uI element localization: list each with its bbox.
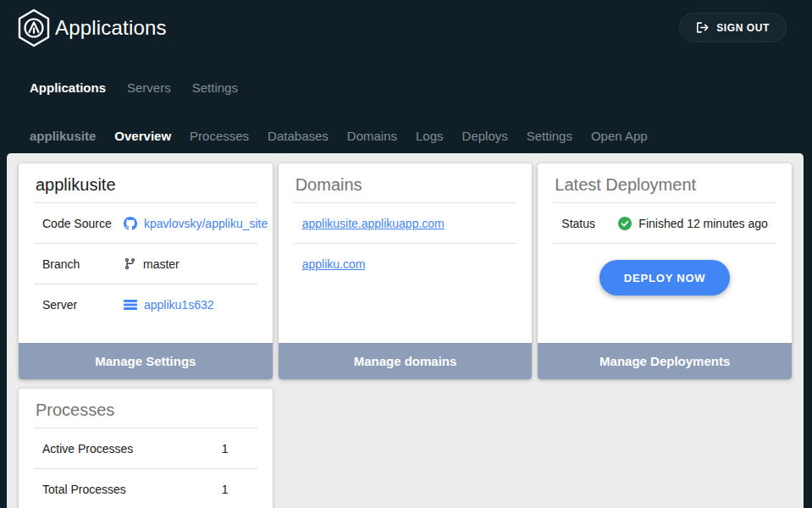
app-header: Applications SIGN OUT Applications Serve…: [0, 8, 812, 145]
branch-row: Branch master: [19, 244, 273, 284]
branch-label: Branch: [42, 257, 124, 271]
manage-domains-button[interactable]: Manage domains: [279, 343, 533, 379]
total-processes-row: Total Processes 1: [19, 469, 273, 508]
active-processes-row: Active Processes 1: [19, 428, 273, 468]
tab-databases[interactable]: Databases: [268, 128, 329, 145]
page-title: Applications: [55, 16, 167, 40]
processes-card-title: Processes: [19, 389, 273, 428]
processes-card: Processes Active Processes 1 Total Proce…: [19, 389, 273, 508]
manage-deployments-button[interactable]: Manage Deployments: [538, 343, 792, 379]
git-branch-icon: [124, 257, 136, 270]
nav-servers[interactable]: Servers: [127, 80, 171, 97]
domain-link-1[interactable]: applikusite.applikuapp.com: [302, 217, 445, 230]
nav-applications[interactable]: Applications: [30, 80, 106, 97]
status-value: Finished 12 minutes ago: [638, 217, 768, 230]
tab-app-name[interactable]: applikusite: [30, 128, 96, 145]
status-row: Status Finished 12 minutes ago: [538, 203, 792, 243]
status-label: Status: [561, 217, 618, 230]
code-source-row: Code Source kpavlovsky/appliku_site: [19, 203, 273, 243]
sign-out-label: SIGN OUT: [716, 22, 770, 34]
server-icon: [124, 299, 137, 311]
active-processes-value: 1: [222, 442, 229, 456]
tab-domains[interactable]: Domains: [347, 128, 397, 145]
app-card-title: applikusite: [19, 163, 273, 202]
deployment-card-title: Latest Deployment: [538, 163, 792, 202]
server-label: Server: [42, 298, 124, 312]
domain-row: appliku.com: [279, 244, 533, 284]
check-circle-icon: [618, 217, 632, 230]
server-row: Server appliku1s632: [19, 284, 273, 324]
branch-value: master: [143, 257, 180, 271]
sign-out-icon: [696, 21, 710, 34]
deploy-button-wrap: DEPLOY NOW: [538, 260, 792, 295]
tab-overview[interactable]: Overview: [114, 128, 171, 145]
brand-row: Applications SIGN OUT: [0, 8, 812, 47]
domains-card: Domains applikusite.applikuapp.com appli…: [279, 163, 533, 379]
tab-settings[interactable]: Settings: [527, 128, 572, 145]
app-summary-card: applikusite Code Source kpavlovsky/appli…: [19, 163, 273, 379]
domains-card-title: Domains: [279, 163, 533, 202]
deploy-now-button[interactable]: DEPLOY NOW: [599, 260, 731, 295]
tab-deploys[interactable]: Deploys: [462, 128, 508, 145]
nav-settings[interactable]: Settings: [192, 80, 238, 97]
total-processes-value: 1: [222, 483, 229, 496]
code-source-link[interactable]: kpavlovsky/appliku_site: [144, 217, 268, 230]
tab-open-app[interactable]: Open App: [591, 128, 648, 145]
active-processes-label: Active Processes: [42, 442, 133, 456]
sign-out-button[interactable]: SIGN OUT: [679, 13, 787, 42]
content-panel: applikusite Code Source kpavlovsky/appli…: [7, 153, 804, 508]
domain-link-2[interactable]: appliku.com: [302, 257, 366, 271]
app-tabs-nav: applikusite Overview Processes Databases…: [30, 128, 812, 145]
server-link[interactable]: appliku1s632: [144, 298, 214, 312]
code-source-label: Code Source: [42, 217, 124, 230]
divider: [553, 243, 776, 244]
tab-processes[interactable]: Processes: [190, 128, 249, 145]
appliku-logo-icon[interactable]: [14, 8, 53, 47]
primary-nav: Applications Servers Settings: [30, 80, 812, 97]
domain-row: applikusite.applikuapp.com: [279, 203, 533, 243]
latest-deployment-card: Latest Deployment Status Finished 12 min…: [538, 163, 792, 379]
cards-grid: applikusite Code Source kpavlovsky/appli…: [19, 163, 792, 508]
github-icon: [124, 217, 137, 230]
tab-logs[interactable]: Logs: [416, 128, 444, 145]
total-processes-label: Total Processes: [42, 483, 126, 496]
manage-settings-button[interactable]: Manage Settings: [19, 343, 273, 379]
